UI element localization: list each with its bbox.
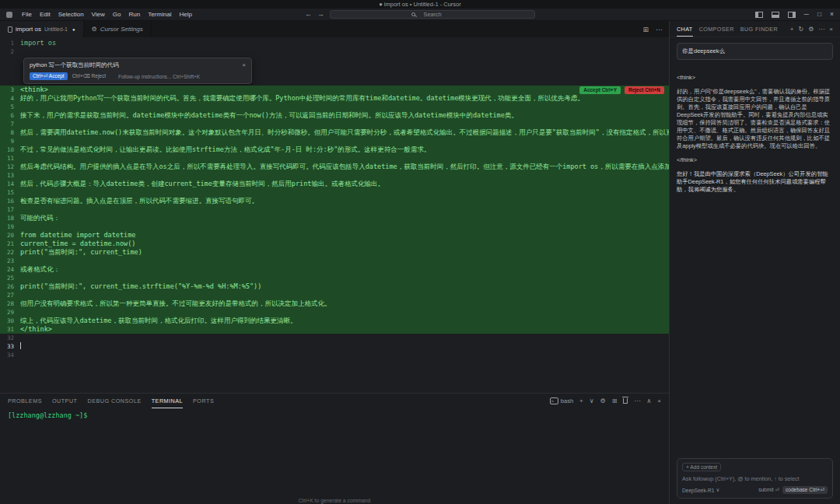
- editor-line[interactable]: 22 print("当前时间:", current_time): [0, 248, 669, 257]
- close-panel-icon[interactable]: ×: [657, 398, 661, 404]
- menu-item[interactable]: File: [18, 11, 36, 18]
- menu-item[interactable]: Terminal: [144, 11, 175, 18]
- line-number: 34: [0, 351, 20, 359]
- menu-item[interactable]: Run: [124, 11, 144, 18]
- more-actions-icon[interactable]: ⋯: [634, 398, 640, 404]
- accept-diff-button[interactable]: Accept Ctrl+Y: [579, 86, 621, 94]
- submit-button[interactable]: submit ⏎: [758, 487, 779, 493]
- new-chat-icon[interactable]: +: [790, 26, 794, 33]
- editor-line[interactable]: 23: [0, 257, 669, 265]
- tab-import-os[interactable]: import os Untitled-1 ●: [0, 21, 84, 37]
- line-text: 但用户没有明确要求格式，所以第一种更简单直接。不过可能更友好的是带格式的，所以决…: [20, 299, 669, 308]
- panel-tab[interactable]: OUTPUT: [52, 394, 78, 408]
- history-icon[interactable]: ↻: [798, 26, 803, 33]
- chat-tab[interactable]: COMPOSER: [699, 21, 734, 37]
- editor-line[interactable]: 3 <think>: [0, 86, 669, 94]
- chat-tab[interactable]: BUG FINDER: [740, 21, 778, 37]
- more-actions-icon[interactable]: ⋯: [818, 26, 824, 33]
- line-text: 然后，代码步骤大概是：导入datetime类，创建current_time变量存…: [20, 180, 669, 188]
- editor-line[interactable]: 31 </think>: [0, 325, 669, 334]
- editor-line[interactable]: 17: [0, 205, 669, 214]
- editor-line[interactable]: 10 不过，常见的做法是格式化时间，让输出更易读。比如使用strftime方法，…: [0, 145, 669, 154]
- split-editor-icon[interactable]: ⊞: [642, 26, 649, 33]
- model-selector[interactable]: DeepSeek-R1 ∨: [682, 487, 719, 493]
- close-chat-icon[interactable]: ×: [829, 26, 833, 33]
- shell-selector[interactable]: >_ bash: [550, 397, 574, 404]
- close-icon[interactable]: ×: [242, 62, 246, 68]
- add-context-button[interactable]: + Add context: [682, 463, 721, 471]
- panel-tab[interactable]: TERMINAL: [152, 394, 183, 408]
- menu-item[interactable]: Selection: [54, 11, 88, 18]
- search-input[interactable]: [331, 11, 534, 18]
- menu-item[interactable]: Edit: [36, 11, 54, 18]
- toggle-secondary-sidebar-icon[interactable]: [788, 12, 796, 18]
- menu-item[interactable]: View: [88, 11, 109, 18]
- editor-line[interactable]: 7: [0, 120, 669, 128]
- line-text: [20, 351, 669, 359]
- editor-line[interactable]: 24 或者格式化：: [0, 265, 669, 274]
- editor-line[interactable]: 29: [0, 308, 669, 317]
- editor-line[interactable]: 19: [0, 222, 669, 231]
- toggle-panel-icon[interactable]: [772, 12, 779, 18]
- code-editor[interactable]: 1 import os 2 python 写一个获取当前时间的代码 ×: [0, 37, 669, 393]
- panel-tab[interactable]: DEBUG CONSOLE: [88, 394, 142, 408]
- editor-line[interactable]: 21 current_time = datetime.now(): [0, 240, 669, 248]
- new-terminal-icon[interactable]: +: [579, 398, 583, 404]
- chat-input[interactable]: [682, 475, 828, 482]
- editor-line[interactable]: 18 可能的代码：: [0, 214, 669, 222]
- editor-line[interactable]: 4 好的，用户让我用Python写一个获取当前时间的代码。首先，我需要确定使用哪…: [0, 94, 669, 103]
- panel-tab[interactable]: PROBLEMS: [8, 394, 42, 408]
- editor-line[interactable]: 30 综上，代码应该导入datetime，获取当前时间，格式化后打印。这样用户得…: [0, 317, 669, 325]
- editor-line[interactable]: 2: [0, 47, 669, 56]
- editor-line[interactable]: 8 然后，需要调用datetime.now()来获取当前时间对象。这个对象默认包…: [0, 128, 669, 137]
- kill-terminal-icon[interactable]: [623, 397, 628, 405]
- editor-line[interactable]: 20 from datetime import datetime: [0, 231, 669, 240]
- line-number: 16: [0, 197, 20, 205]
- chat-settings-icon[interactable]: ⚙: [808, 26, 814, 33]
- reject-diff-button[interactable]: Reject Ctrl+N: [625, 86, 664, 94]
- editor-line[interactable]: 32: [0, 334, 669, 342]
- editor-line[interactable]: 9: [0, 137, 669, 145]
- editor-line[interactable]: 28 但用户没有明确要求格式，所以第一种更简单直接。不过可能更友好的是带格式的，…: [0, 299, 669, 308]
- editor-line[interactable]: 16 检查是否有缩进问题。插入点是在顶层，所以代码不需要缩进。直接写语句即可。: [0, 197, 669, 205]
- panel-tab[interactable]: PORTS: [193, 394, 214, 408]
- inline-reject-button[interactable]: Ctrl+⌫ Reject: [72, 73, 106, 79]
- terminal-dropdown-icon[interactable]: ∨: [590, 398, 594, 404]
- chat-input-box[interactable]: + Add context DeepSeek-R1 ∨ submit ⏎ cod…: [677, 458, 833, 499]
- inline-accept-button[interactable]: Ctrl+⏎ Accept: [30, 72, 68, 80]
- editor-line[interactable]: 5: [0, 103, 669, 111]
- line-text: [20, 205, 669, 214]
- editor-line[interactable]: 12 然后考虑代码结构。用户提供的插入点是在导入os之后，所以不需要再处理导入。…: [0, 163, 669, 171]
- back-icon[interactable]: ←: [305, 11, 312, 18]
- menu-item[interactable]: Help: [175, 11, 195, 18]
- editor-line[interactable]: 34: [0, 351, 669, 359]
- editor-line[interactable]: 6 接下来，用户的需求是获取当前时间。datetime模块中的datetime类…: [0, 111, 669, 120]
- editor-line[interactable]: 1 import os: [0, 39, 669, 47]
- diff-zone: 3 <think> 4 好的，用户让我用Python写一个获取当前时间的代码。首…: [0, 86, 669, 334]
- terminal-output[interactable]: [lzzhang@lzzhang ~]$: [0, 408, 669, 422]
- split-terminal-icon[interactable]: ⊞: [612, 398, 618, 404]
- editor-line[interactable]: 15: [0, 188, 669, 197]
- followup-instructions[interactable]: Follow-up instructions... Ctrl+Shift+K: [118, 74, 200, 79]
- minimize-button[interactable]: ─: [804, 11, 809, 18]
- editor-line[interactable]: 13: [0, 171, 669, 180]
- editor-line[interactable]: 27: [0, 291, 669, 299]
- chat-tab[interactable]: CHAT: [677, 21, 693, 37]
- toggle-sidebar-icon[interactable]: [755, 12, 763, 18]
- maximize-panel-icon[interactable]: ∧: [646, 398, 651, 404]
- codebase-button[interactable]: codebase Ctrl+⏎: [782, 486, 828, 494]
- editor-line[interactable]: 11: [0, 154, 669, 163]
- menu-item[interactable]: Go: [109, 11, 125, 18]
- editor-line[interactable]: 26 print("当前时间:", current_time.strftime(…: [0, 282, 669, 291]
- editor-line[interactable]: 14 然后，代码步骤大概是：导入datetime类，创建current_time…: [0, 180, 669, 188]
- editor-line[interactable]: 25: [0, 274, 669, 282]
- close-button[interactable]: ×: [830, 11, 834, 18]
- more-actions-icon[interactable]: ⋯: [656, 26, 663, 33]
- forward-icon[interactable]: →: [317, 11, 324, 18]
- maximize-button[interactable]: □: [817, 11, 821, 18]
- editor-line[interactable]: 33: [0, 342, 669, 351]
- search-box[interactable]: [330, 10, 535, 19]
- tab-cursor-settings[interactable]: ⚙ Cursor Settings: [84, 21, 152, 37]
- terminal-settings-icon[interactable]: ⚙: [600, 398, 606, 404]
- line-number: 18: [0, 214, 20, 222]
